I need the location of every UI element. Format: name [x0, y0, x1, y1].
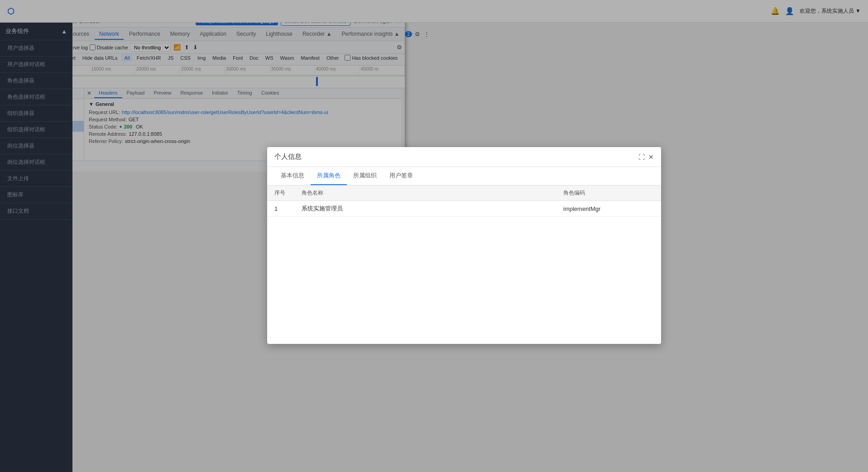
- modal-tab-org[interactable]: 所属组织: [347, 167, 383, 185]
- modal-title: 个人信息: [274, 153, 302, 161]
- modal-tab-basic-info[interactable]: 基本信息: [274, 167, 311, 185]
- col-header-code: 角色编码: [563, 189, 654, 197]
- table-header: 序号 角色名称 角色编码: [267, 186, 661, 201]
- col-header-name: 角色名称: [302, 189, 563, 197]
- app-background: ⬡ 🔔 👤 欢迎您，系统实施人员 ▼ 业务组件 ▲ 用户选择器 用户选择对话框 …: [0, 0, 868, 472]
- modal-content: 序号 角色名称 角色编码 1 系统实施管理员 implementMgr: [267, 186, 661, 344]
- cell-name-1: 系统实施管理员: [302, 205, 563, 213]
- col-header-num: 序号: [274, 189, 302, 197]
- cell-code-1: implementMgr: [563, 205, 654, 212]
- table-row: 1 系统实施管理员 implementMgr: [267, 201, 661, 217]
- modal-expand-button[interactable]: ⛶: [638, 153, 645, 161]
- modal-close-button[interactable]: ✕: [648, 153, 654, 161]
- modal-tabs: 基本信息 所属角色 所属组织 用户签章: [267, 167, 661, 186]
- cell-num-1: 1: [274, 205, 302, 212]
- modal-tab-roles[interactable]: 所属角色: [311, 167, 347, 185]
- modal-header-icons: ⛶ ✕: [638, 153, 654, 161]
- modal-tab-signature[interactable]: 用户签章: [383, 167, 419, 185]
- personal-info-modal: 个人信息 ⛶ ✕ 基本信息 所属角色 所属组织 用户签章 序号 角色名称: [267, 147, 661, 344]
- modal-header: 个人信息 ⛶ ✕: [267, 147, 661, 167]
